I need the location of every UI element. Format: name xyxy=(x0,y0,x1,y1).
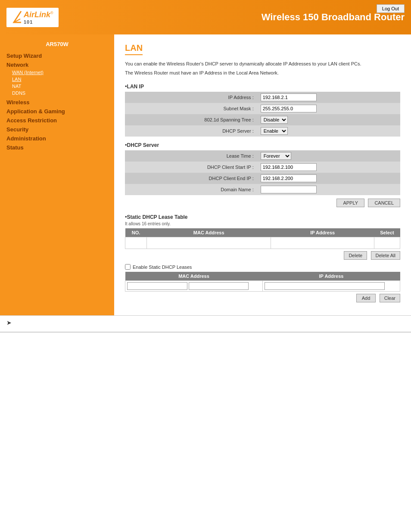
sidebar-item-wan[interactable]: WAN (Internet) xyxy=(0,69,114,76)
sidebar-item-administration[interactable]: Administration xyxy=(0,134,114,143)
logo-101-text: 101 xyxy=(24,19,33,25)
header-title: Wireless 150 Broadband Router xyxy=(67,12,405,23)
dhcp-server-label: DHCP Server : xyxy=(125,125,257,137)
lan-ip-section-header: • LAN IP xyxy=(125,83,400,90)
sidebar-model: AR570W xyxy=(0,39,114,51)
apply-button[interactable]: APPLY xyxy=(336,199,364,207)
table-row xyxy=(147,237,271,249)
enable-static-label: Enable Static DHCP Leases xyxy=(133,264,192,270)
header: AirLink ® 101 Wireless 150 Broadband Rou… xyxy=(0,0,411,34)
static-dhcp-table: NO. MAC Address IP Address Select xyxy=(125,228,400,249)
spanning-tree-select[interactable]: Disable Enable xyxy=(261,116,288,124)
dhcp-server-value: Enable Disable xyxy=(257,125,400,137)
dhcp-end-value xyxy=(257,173,400,184)
static-dhcp-label: Static DHCP Lease Table xyxy=(127,214,188,220)
domain-name-input[interactable] xyxy=(261,186,317,193)
add-ip-input[interactable] xyxy=(265,282,385,290)
lease-time-label: Lease Time : xyxy=(125,150,257,162)
logo-wing-icon xyxy=(12,10,22,24)
ip-address-label: IP Address : xyxy=(125,92,257,103)
sidebar-item-nat[interactable]: NAT xyxy=(0,83,114,90)
sidebar-item-security[interactable]: Security xyxy=(0,124,114,134)
dhcp-start-input[interactable] xyxy=(261,163,317,171)
static-note: It allows 16 entries only. xyxy=(125,221,400,226)
footer: ➤ xyxy=(0,315,411,330)
col-header-ip: IP Address xyxy=(271,228,374,237)
logo-airlink-text: AirLink xyxy=(24,10,50,19)
add-ip-cell xyxy=(263,281,400,292)
dhcp-server-table: Lease Time : Forever 1 Hour 2 Hours 4 Ho… xyxy=(125,150,400,195)
logo: AirLink ® 101 xyxy=(12,10,53,25)
logo-registered-icon: ® xyxy=(50,11,53,15)
content-area: LAN You can enable the Wireless Router's… xyxy=(114,34,411,315)
logo-text: AirLink ® 101 xyxy=(24,10,53,25)
table-row xyxy=(125,237,147,249)
subnet-mask-input[interactable] xyxy=(261,105,317,112)
sidebar-item-ddns[interactable]: DDNS xyxy=(0,90,114,96)
add-button[interactable]: Add xyxy=(356,294,376,302)
sidebar-item-wireless[interactable]: Wireless xyxy=(0,96,114,106)
sidebar-item-status[interactable]: Status xyxy=(0,143,114,152)
lan-ip-label: LAN IP xyxy=(127,84,144,90)
sidebar: AR570W Setup Wizard Network WAN (Interne… xyxy=(0,34,114,315)
clear-button[interactable]: Clear xyxy=(380,294,400,302)
add-mac-input-2[interactable] xyxy=(189,282,249,290)
subnet-mask-value xyxy=(257,103,400,114)
add-static-table: MAC Address IP Address xyxy=(125,272,400,292)
logo-container: AirLink ® 101 xyxy=(6,8,59,27)
apply-cancel-row: APPLY CANCEL xyxy=(125,199,400,207)
ip-address-value xyxy=(257,92,400,103)
dhcp-server-section-header: • DHCP Server xyxy=(125,142,400,148)
enable-static-row: Enable Static DHCP Leases xyxy=(125,264,400,270)
col-header-mac: MAC Address xyxy=(147,228,271,237)
subnet-mask-label: Subnet Mask : xyxy=(125,103,257,114)
logout-button[interactable]: Log Out xyxy=(377,4,405,13)
domain-name-value xyxy=(257,184,400,195)
delete-row: Delete Delete All xyxy=(125,251,400,260)
col-header-no: NO. xyxy=(125,228,147,237)
sidebar-item-lan[interactable]: LAN xyxy=(0,76,114,83)
spanning-tree-label: 802.1d Spanning Tree : xyxy=(125,114,257,125)
add-clear-row: Add Clear xyxy=(125,294,400,302)
table-row xyxy=(374,237,400,249)
dhcp-start-label: DHCP Client Start IP : xyxy=(125,162,257,173)
page-description-line2: The Wireless Router must have an IP Addr… xyxy=(125,69,400,77)
sidebar-item-access-restriction[interactable]: Access Restriction xyxy=(0,115,114,124)
add-mac-cell xyxy=(125,281,263,292)
page-description-line1: You can enable the Wireless Router's DHC… xyxy=(125,60,400,68)
dhcp-server-select[interactable]: Enable Disable xyxy=(261,127,288,135)
add-mac-input-1[interactable] xyxy=(127,282,187,290)
add-col-ip: IP Address xyxy=(263,272,400,281)
domain-name-label: Domain Name : xyxy=(125,184,257,195)
sidebar-item-application-gaming[interactable]: Application & Gaming xyxy=(0,106,114,115)
page-divider xyxy=(0,332,411,333)
lan-ip-table: IP Address : Subnet Mask : 802.1d Spanni… xyxy=(125,92,400,137)
col-header-select: Select xyxy=(374,228,400,237)
footer-arrow-icon: ➤ xyxy=(6,319,12,326)
lease-time-value: Forever 1 Hour 2 Hours 4 Hours 8 Hours 2… xyxy=(257,150,400,162)
add-col-mac: MAC Address xyxy=(125,272,263,281)
dhcp-server-label-heading: DHCP Server xyxy=(127,142,159,148)
delete-button[interactable]: Delete xyxy=(344,251,367,260)
lease-time-select[interactable]: Forever 1 Hour 2 Hours 4 Hours 8 Hours 2… xyxy=(261,152,291,160)
dhcp-end-label: DHCP Client End IP : xyxy=(125,173,257,184)
page-title: LAN xyxy=(125,43,143,55)
enable-static-checkbox[interactable] xyxy=(125,264,131,270)
static-dhcp-section-header: • Static DHCP Lease Table xyxy=(125,214,400,220)
sidebar-item-setup-wizard[interactable]: Setup Wizard xyxy=(0,51,114,60)
dhcp-start-value xyxy=(257,162,400,173)
spanning-tree-value: Disable Enable xyxy=(257,114,400,125)
table-row xyxy=(271,237,374,249)
delete-all-button[interactable]: Delete All xyxy=(371,251,400,260)
sidebar-section-network: Network xyxy=(0,60,114,69)
cancel-button[interactable]: CANCEL xyxy=(368,199,400,207)
dhcp-end-input[interactable] xyxy=(261,174,317,182)
ip-address-input[interactable] xyxy=(261,93,317,101)
